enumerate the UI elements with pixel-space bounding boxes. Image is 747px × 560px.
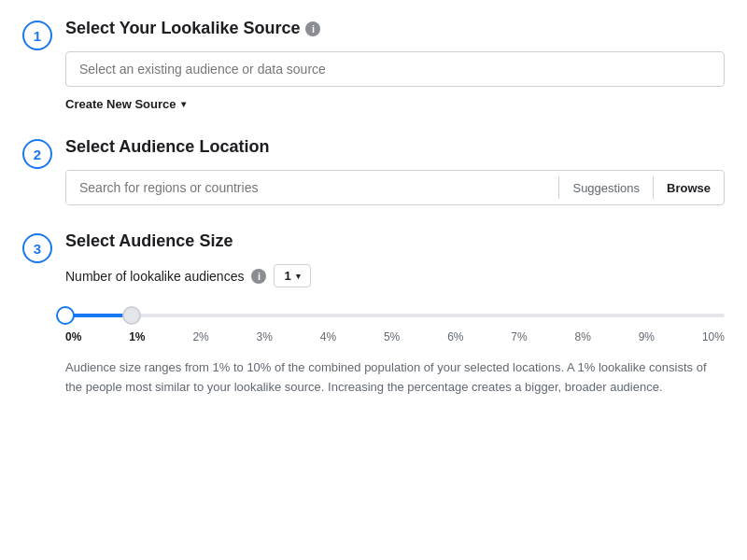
section-2-title: Select Audience Location — [65, 137, 725, 157]
lookalike-count-label: Number of lookalike audiences — [65, 269, 244, 284]
slider-label-4: 4% — [320, 330, 336, 343]
slider-label-9: 9% — [639, 330, 655, 343]
slider-label-8: 8% — [575, 330, 591, 343]
section-2: 2 Select Audience Location Suggestions B… — [22, 137, 725, 205]
slider-thumb-end[interactable] — [122, 306, 141, 325]
create-new-source-button[interactable]: Create New Source ▾ — [65, 97, 186, 111]
count-chevron-icon: ▾ — [296, 272, 301, 281]
step1-info-icon[interactable]: i — [305, 21, 320, 36]
section-3-content: Select Audience Size Number of lookalike… — [65, 231, 725, 398]
create-new-chevron-icon: ▾ — [181, 99, 186, 109]
source-input[interactable] — [65, 51, 725, 87]
slider-thumb-start[interactable] — [56, 306, 75, 325]
audience-size-slider-container: 0% 1% 2% 3% 4% 5% 6% 7% 8% 9% 10% — [65, 306, 725, 347]
location-search-wrapper: Suggestions Browse — [65, 170, 725, 205]
section-3: 3 Select Audience Size Number of lookali… — [22, 231, 725, 398]
step-circle-1: 1 — [22, 21, 52, 50]
lookalike-count-row: Number of lookalike audiences i 1 ▾ — [65, 264, 725, 287]
section-1: 1 Select Your Lookalike Source i Create … — [22, 19, 725, 111]
browse-button[interactable]: Browse — [654, 171, 724, 204]
step-circle-2: 2 — [22, 139, 52, 169]
slider-track — [65, 314, 725, 317]
slider-labels: 0% 1% 2% 3% 4% 5% 6% 7% 8% 9% 10% — [65, 330, 725, 343]
slider-label-3: 3% — [257, 330, 273, 343]
count-value: 1 — [284, 269, 290, 283]
count-select[interactable]: 1 ▾ — [274, 264, 310, 287]
lookalike-count-info-icon[interactable]: i — [251, 269, 266, 284]
audience-size-description: Audience size ranges from 1% to 10% of t… — [65, 358, 725, 398]
slider-track-wrapper — [65, 306, 725, 325]
slider-label-6: 6% — [447, 330, 463, 343]
location-search-input[interactable] — [66, 171, 558, 204]
step-circle-3: 3 — [22, 233, 52, 263]
slider-label-7: 7% — [511, 330, 527, 343]
section-1-content: Select Your Lookalike Source i Create Ne… — [65, 19, 725, 111]
suggestions-button[interactable]: Suggestions — [559, 171, 653, 204]
section-3-title: Select Audience Size — [65, 231, 725, 251]
section-1-title: Select Your Lookalike Source i — [65, 19, 725, 38]
slider-label-5: 5% — [384, 330, 400, 343]
section-2-content: Select Audience Location Suggestions Bro… — [65, 137, 725, 205]
slider-label-1: 1% — [129, 330, 145, 343]
slider-label-0: 0% — [65, 330, 81, 343]
slider-label-10: 10% — [702, 330, 725, 343]
slider-label-2: 2% — [192, 330, 208, 343]
